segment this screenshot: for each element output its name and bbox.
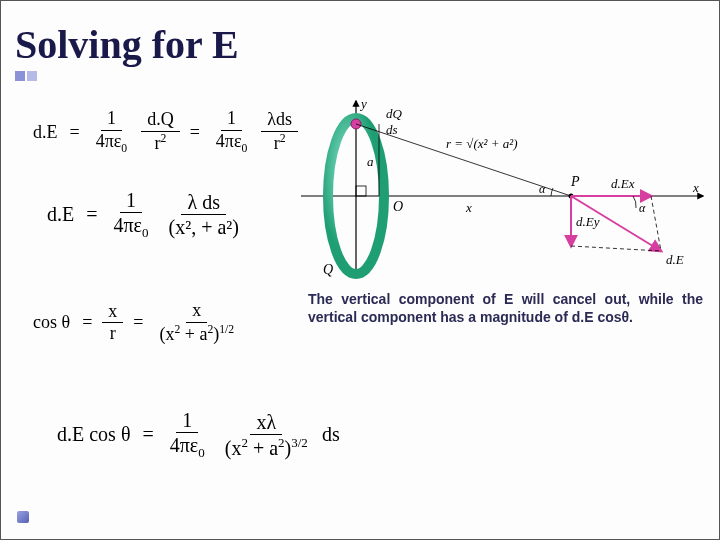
- label-dQ: dQ: [386, 106, 403, 121]
- equation-3: cos θ = x r = x (x2 + a2)1/2: [33, 301, 244, 345]
- eq2-frac1: 1 4πε0: [108, 189, 155, 240]
- eq2-frac2: λ ds (x², + a²): [163, 191, 245, 238]
- label-a: a: [367, 154, 374, 169]
- corner-decoration: [17, 511, 29, 523]
- eq1-frac1: 1 4πε0: [90, 109, 134, 155]
- eq2-f2-num: λ ds: [181, 191, 225, 215]
- eq1-f4-den: r2: [268, 132, 292, 154]
- eq4-f2-num: xλ: [250, 411, 282, 435]
- slide-title: Solving for E: [15, 21, 239, 68]
- accent-square-light: [27, 71, 37, 81]
- eq1-frac3: 1 4πε0: [210, 109, 254, 155]
- eq2-f2-den: (x², + a²): [163, 215, 245, 238]
- eq2-f1-den: 4πε0: [108, 213, 155, 240]
- eq1-f4-num: λds: [261, 110, 298, 132]
- eq1-f1-den: 4πε0: [90, 131, 134, 155]
- eq3-f1-den: r: [104, 323, 122, 344]
- label-dE: d.E: [666, 252, 684, 267]
- equation-2: d.E = 1 4πε0 λ ds (x², + a²): [47, 189, 249, 240]
- label-r: r = √(x² + a²): [446, 136, 517, 151]
- eq2-lhs: d.E: [47, 203, 74, 226]
- eq4-f2-den: (x2 + a2)3/2: [219, 435, 314, 459]
- eq4-frac2: xλ (x2 + a2)3/2: [219, 411, 314, 459]
- eq4-lhs: d.E cos θ: [57, 423, 130, 446]
- label-P: P: [570, 174, 580, 189]
- ring-field-diagram: y x dQ ds a O Q r = √(x² + a²) x P α d.E…: [301, 96, 709, 281]
- eq3-lhs: cos θ: [33, 312, 70, 333]
- svg-line-12: [571, 246, 661, 251]
- eq4-f1-den: 4πε0: [164, 433, 211, 460]
- accent-square-dark: [15, 71, 25, 81]
- label-dEy: d.Ey: [576, 214, 600, 229]
- eq1-frac4: λds r2: [261, 110, 298, 154]
- caption-line-1: The vertical component of E will cancel …: [308, 291, 630, 307]
- label-O: O: [393, 199, 403, 214]
- label-xvar: x: [465, 200, 472, 215]
- equation-4: d.E cos θ = 1 4πε0 xλ (x2 + a2)3/2 ds: [57, 409, 340, 460]
- eq1-f2-num: d.Q: [141, 110, 180, 132]
- equals-sign: =: [70, 122, 80, 143]
- equals-sign: =: [190, 122, 200, 143]
- svg-rect-5: [356, 186, 366, 196]
- eq1-frac2: d.Q r2: [141, 110, 180, 154]
- eq1-lhs: d.E: [33, 122, 58, 143]
- eq1-f3-den: 4πε0: [210, 131, 254, 155]
- eq4-f1-num: 1: [176, 409, 198, 433]
- equals-sign: =: [82, 312, 92, 333]
- caption-text: The vertical component of E will cancel …: [308, 291, 703, 326]
- label-y: y: [359, 96, 367, 111]
- eq3-f2-den: (x2 + a2)1/2: [153, 323, 240, 345]
- label-alpha-1: α: [539, 182, 546, 196]
- eq3-frac1: x r: [102, 302, 123, 345]
- eq4-frac1: 1 4πε0: [164, 409, 211, 460]
- caption-line-3: magnitude of d.E cosθ.: [480, 309, 633, 325]
- label-alpha-2: α: [639, 201, 646, 215]
- label-Q: Q: [323, 262, 333, 277]
- eq1-f3-num: 1: [221, 109, 242, 131]
- eq2-f1-num: 1: [120, 189, 142, 213]
- equals-sign: =: [142, 423, 153, 446]
- eq3-f1-num: x: [102, 302, 123, 324]
- equals-sign: =: [86, 203, 97, 226]
- equals-sign: =: [133, 312, 143, 333]
- eq1-f2-den: r2: [148, 132, 172, 154]
- equation-1: d.E = 1 4πε0 d.Q r2 = 1 4πε0 λds r2: [33, 109, 302, 155]
- svg-line-11: [651, 196, 661, 251]
- eq1-f1-num: 1: [101, 109, 122, 131]
- eq3-f2-num: x: [186, 301, 207, 323]
- eq3-frac2: x (x2 + a2)1/2: [153, 301, 240, 345]
- eq4-tail: ds: [322, 423, 340, 446]
- label-dEx: d.Ex: [611, 176, 635, 191]
- label-x: x: [692, 180, 699, 195]
